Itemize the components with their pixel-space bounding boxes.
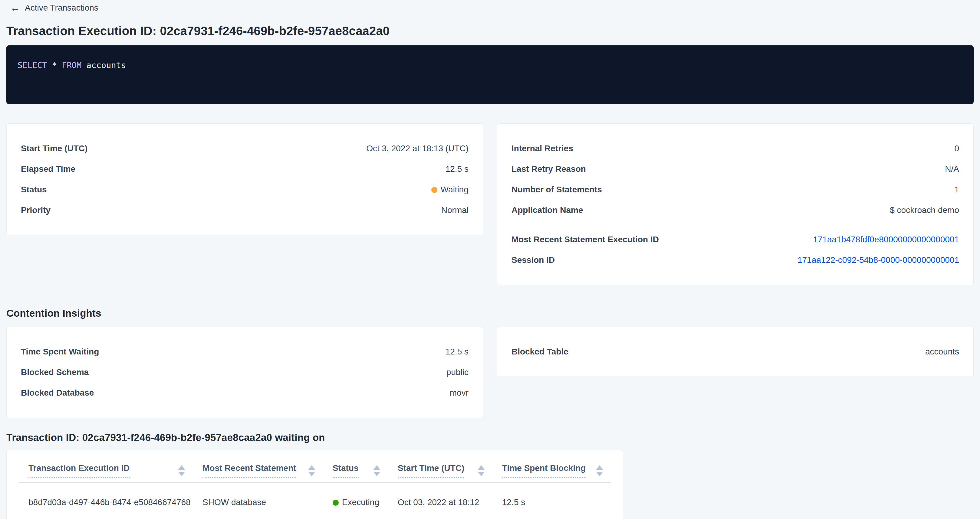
cell-start-time: Oct 03, 2022 at 18:12 [388, 498, 492, 507]
back-arrow-icon: ← [10, 4, 20, 12]
sort-icon [309, 465, 315, 476]
row-label: Priority [21, 205, 51, 215]
status-waiting-dot [431, 187, 438, 193]
transaction-details-page: ← Active Transactions Transaction Execut… [0, 0, 980, 519]
contention-row-blocked-database: Blocked Database movr [21, 383, 469, 403]
back-link-label: Active Transactions [25, 3, 99, 13]
row-label: Last Retry Reason [511, 164, 586, 174]
status-text: Executing [342, 498, 379, 507]
summary-row-number-of-statements: Number of Statements 1 [511, 179, 959, 200]
row-label: Elapsed Time [21, 164, 75, 174]
status-text: Waiting [441, 185, 469, 194]
column-header-most-recent-statement[interactable]: Most Recent Statement [193, 463, 323, 482]
row-value: accounts [925, 347, 959, 357]
card-divider [511, 225, 959, 225]
sql-keyword-select: SELECT [18, 60, 47, 70]
cell-status: Executing [323, 498, 388, 507]
row-label: Blocked Table [511, 347, 568, 357]
sql-star: * [47, 60, 62, 70]
summary-row-elapsed-time: Elapsed Time 12.5 s [21, 159, 469, 179]
row-value: public [446, 367, 469, 377]
column-header-label: Time Spent Blocking [502, 463, 585, 478]
status-badge: Waiting [431, 185, 469, 194]
contention-waiting-card: Time Spent Waiting 12.5 s Blocked Schema… [6, 327, 483, 418]
column-header-label: Most Recent Statement [202, 463, 296, 478]
row-value: movr [450, 388, 469, 398]
row-label: Blocked Database [21, 388, 94, 398]
row-label: Start Time (UTC) [21, 144, 88, 153]
cell-transaction-execution-id: b8d7d03a-d497-446b-8474-e50846674768 [19, 498, 193, 507]
summary-row-status: Status Waiting [21, 179, 469, 200]
transaction-summary-card: Start Time (UTC) Oct 3, 2022 at 18:13 (U… [6, 124, 483, 235]
summary-row-application-name: Application Name $ cockroach demo [511, 200, 959, 221]
statement-summary-card: Internal Retries 0 Last Retry Reason N/A… [497, 124, 974, 285]
summary-row-session-id: Session ID 171aa122-c092-54b8-0000-00000… [511, 250, 959, 270]
sql-statement: SELECT * FROM accounts [18, 60, 963, 70]
row-value: 12.5 s [445, 164, 469, 174]
row-label: Status [21, 185, 47, 194]
cell-time-spent-blocking: 12.5 s [492, 498, 611, 507]
back-link-active-transactions[interactable]: ← Active Transactions [10, 3, 99, 13]
row-value: N/A [945, 164, 959, 174]
sql-statement-box: SELECT * FROM accounts [6, 45, 974, 104]
column-header-label: Status [332, 463, 359, 478]
status-executing-dot [332, 500, 339, 506]
row-value: 0 [954, 144, 959, 153]
sort-icon [178, 465, 185, 476]
summary-row-last-retry-reason: Last Retry Reason N/A [511, 159, 959, 179]
waiting-on-heading: Transaction ID: 02ca7931-f246-469b-b2fe-… [6, 432, 974, 443]
row-label: Session ID [511, 255, 555, 265]
contention-row-blocked-table: Blocked Table accounts [511, 341, 959, 362]
row-label: Internal Retries [511, 144, 573, 153]
row-label: Most Recent Statement Execution ID [511, 235, 659, 244]
row-label: Application Name [511, 205, 583, 215]
waiting-on-table: Transaction Execution ID Most Recent Sta… [6, 450, 623, 519]
summary-row-start-time: Start Time (UTC) Oct 3, 2022 at 18:13 (U… [21, 138, 469, 159]
row-value: Normal [441, 205, 469, 215]
contention-blocked-table-card: Blocked Table accounts [497, 327, 974, 377]
sql-table-name: accounts [81, 60, 126, 70]
summary-row-priority: Priority Normal [21, 200, 469, 221]
sql-keyword-from: FROM [62, 60, 81, 70]
column-header-status[interactable]: Status [323, 463, 388, 482]
page-title: Transaction Execution ID: 02ca7931-f246-… [6, 24, 974, 38]
session-id-link[interactable]: 171aa122-c092-54b8-0000-000000000001 [797, 255, 959, 265]
row-value: Oct 3, 2022 at 18:13 (UTC) [366, 144, 469, 153]
summary-row-internal-retries: Internal Retries 0 [511, 138, 959, 159]
contention-row-time-spent-waiting: Time Spent Waiting 12.5 s [21, 341, 469, 362]
waiting-on-table-header: Transaction Execution ID Most Recent Sta… [19, 450, 611, 483]
contention-row-blocked-schema: Blocked Schema public [21, 362, 469, 383]
row-label: Blocked Schema [21, 367, 89, 377]
contention-insights-heading: Contention Insights [6, 308, 974, 319]
row-label: Time Spent Waiting [21, 347, 99, 357]
row-value: 12.5 s [445, 347, 469, 357]
row-value: $ cockroach demo [890, 205, 959, 215]
row-value: 1 [954, 185, 959, 194]
column-header-label: Start Time (UTC) [398, 463, 464, 478]
sort-icon [374, 465, 380, 476]
sort-icon [596, 465, 603, 476]
summary-cards-section: Start Time (UTC) Oct 3, 2022 at 18:13 (U… [6, 124, 974, 285]
statement-execution-id-link[interactable]: 171aa1b478fdf0e80000000000000001 [813, 235, 959, 244]
table-row: b8d7d03a-d497-446b-8474-e50846674768 SHO… [19, 483, 611, 519]
cell-most-recent-statement: SHOW database [193, 498, 323, 507]
column-header-start-time[interactable]: Start Time (UTC) [388, 463, 492, 482]
row-label: Number of Statements [511, 185, 602, 194]
column-header-transaction-execution-id[interactable]: Transaction Execution ID [19, 463, 193, 482]
column-header-time-spent-blocking[interactable]: Time Spent Blocking [492, 463, 611, 482]
contention-cards-section: Time Spent Waiting 12.5 s Blocked Schema… [6, 327, 974, 418]
sort-icon [478, 465, 485, 476]
column-header-label: Transaction Execution ID [29, 463, 130, 478]
summary-row-most-recent-statement-execution-id: Most Recent Statement Execution ID 171aa… [511, 229, 959, 250]
